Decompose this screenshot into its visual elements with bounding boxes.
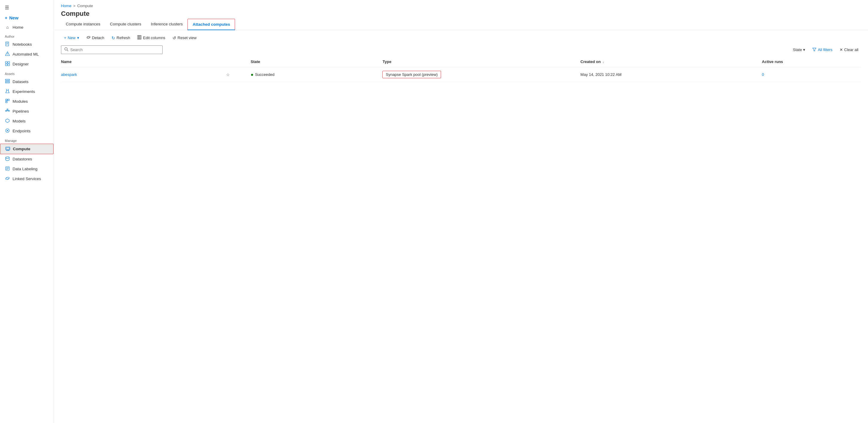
assets-section-label: Assets: [0, 69, 54, 77]
sidebar-item-datasets[interactable]: Datasets: [0, 77, 54, 87]
favorite-star-icon[interactable]: ☆: [226, 72, 230, 77]
new-label: New: [9, 15, 19, 20]
tab-attached-computes[interactable]: Attached computes: [187, 19, 235, 30]
compute-name-link[interactable]: abespark: [61, 72, 77, 77]
close-icon: ✕: [840, 47, 843, 52]
manage-section-label: Manage: [0, 136, 54, 144]
sidebar-item-experiments[interactable]: Experiments: [0, 87, 54, 97]
svg-rect-0: [6, 42, 9, 46]
toolbar: + New ▾ Detach ↻ Refresh Edit columns ↺ …: [54, 30, 868, 44]
state-cell: ● Succeeded: [251, 67, 382, 82]
new-button[interactable]: + New ▾: [61, 34, 82, 41]
clear-all-button[interactable]: ✕ Clear all: [837, 46, 861, 53]
tab-compute-clusters[interactable]: Compute clusters: [105, 19, 146, 30]
sidebar-item-automated-ml[interactable]: Automated ML: [0, 49, 54, 59]
reset-view-button-label: Reset view: [178, 36, 197, 40]
active-runs-cell: 0: [762, 67, 861, 82]
refresh-button-label: Refresh: [117, 36, 130, 40]
new-button-label: New: [68, 36, 76, 40]
svg-rect-33: [6, 148, 9, 150]
svg-rect-12: [5, 80, 9, 82]
search-icon: [64, 47, 68, 52]
state-filter-dropdown[interactable]: State ▾: [790, 46, 808, 53]
compute-table: Name State Type Created on ↓ Active runs…: [61, 57, 861, 82]
breadcrumb-current: Compute: [77, 4, 93, 8]
sidebar-item-models[interactable]: Models: [0, 116, 54, 126]
sidebar-item-label: Automated ML: [12, 52, 39, 57]
designer-icon: [5, 61, 10, 67]
sidebar-item-label: Home: [12, 25, 23, 30]
detach-icon: [86, 35, 91, 40]
sidebar-item-modules[interactable]: Modules: [0, 97, 54, 106]
svg-point-23: [7, 109, 8, 110]
col-header-star: [226, 57, 251, 67]
experiments-icon: [5, 89, 10, 94]
table-wrapper: Name State Type Created on ↓ Active runs…: [54, 57, 868, 423]
sidebar-item-compute[interactable]: Compute: [0, 144, 54, 154]
type-cell: Synapse Spark pool (preview): [382, 67, 580, 82]
svg-rect-10: [8, 64, 9, 66]
sidebar-item-designer[interactable]: Designer: [0, 59, 54, 69]
sidebar-item-label: Data Labeling: [12, 167, 37, 171]
col-header-created-on: Created on ↓: [580, 57, 762, 67]
models-icon: [5, 118, 10, 124]
sidebar-item-label: Compute: [13, 147, 31, 151]
hamburger-icon[interactable]: ☰: [0, 2, 54, 13]
col-header-type: Type: [382, 57, 580, 67]
all-filters-label: All filters: [818, 47, 832, 52]
plus-icon: +: [64, 36, 66, 40]
filter-right: State ▾ All filters ✕ Clear all: [790, 46, 861, 54]
breadcrumb-home-link[interactable]: Home: [61, 4, 71, 8]
succeeded-icon: ●: [251, 72, 253, 77]
svg-rect-16: [8, 99, 9, 101]
svg-rect-8: [8, 62, 9, 63]
tab-inference-clusters[interactable]: Inference clusters: [146, 19, 188, 30]
svg-rect-11: [5, 79, 9, 80]
sidebar-item-linked-services[interactable]: Linked Services: [0, 174, 54, 184]
clear-all-label: Clear all: [844, 47, 859, 52]
sidebar-item-label: Pipelines: [12, 109, 29, 113]
pipelines-icon: [5, 108, 10, 114]
svg-rect-7: [5, 62, 7, 63]
col-header-active-runs: Active runs: [762, 57, 861, 67]
search-box[interactable]: [61, 45, 163, 54]
plus-icon: +: [5, 15, 7, 20]
created-on-cell: May 14, 2021 10:22 AM: [580, 67, 762, 82]
all-filters-button[interactable]: All filters: [810, 46, 835, 54]
sidebar-item-label: Designer: [12, 62, 29, 66]
sort-icon: ↓: [602, 60, 604, 64]
active-runs-link[interactable]: 0: [762, 72, 764, 77]
sidebar-item-notebooks[interactable]: Notebooks: [0, 39, 54, 49]
sidebar-item-datastores[interactable]: Datastores: [0, 154, 54, 164]
edit-columns-button[interactable]: Edit columns: [134, 34, 168, 42]
reset-view-button[interactable]: ↺ Reset view: [169, 34, 200, 42]
filter-row: State ▾ All filters ✕ Clear all: [54, 44, 868, 57]
endpoints-icon: [5, 128, 10, 134]
search-input[interactable]: [70, 47, 159, 52]
state-value: Succeeded: [255, 72, 275, 77]
detach-button[interactable]: Detach: [84, 34, 107, 42]
page-title: Compute: [54, 8, 868, 18]
main-content: Home > Compute Compute Compute instances…: [54, 0, 868, 423]
svg-rect-42: [140, 36, 142, 39]
sidebar-item-label: Experiments: [12, 89, 35, 94]
sidebar-item-data-labeling[interactable]: Data Labeling: [0, 164, 54, 174]
sidebar-item-home[interactable]: ⌂ Home: [0, 23, 54, 32]
refresh-icon: ↻: [112, 36, 115, 40]
chevron-down-icon: ▾: [803, 47, 805, 52]
detach-button-label: Detach: [92, 36, 104, 40]
sidebar-item-endpoints[interactable]: Endpoints: [0, 126, 54, 136]
sidebar-new-button[interactable]: + New: [0, 13, 54, 23]
sidebar-item-label: Notebooks: [12, 42, 32, 46]
refresh-button[interactable]: ↻ Refresh: [108, 34, 133, 42]
svg-point-34: [6, 157, 9, 158]
home-icon: ⌂: [5, 25, 10, 30]
sidebar-item-pipelines[interactable]: Pipelines: [0, 106, 54, 116]
col-header-name: Name: [61, 57, 226, 67]
svg-line-44: [67, 50, 68, 51]
svg-rect-40: [137, 36, 139, 39]
svg-rect-15: [6, 99, 7, 101]
sidebar-item-label: Datastores: [12, 157, 32, 161]
svg-point-43: [65, 47, 67, 50]
tab-compute-instances[interactable]: Compute instances: [61, 19, 105, 30]
